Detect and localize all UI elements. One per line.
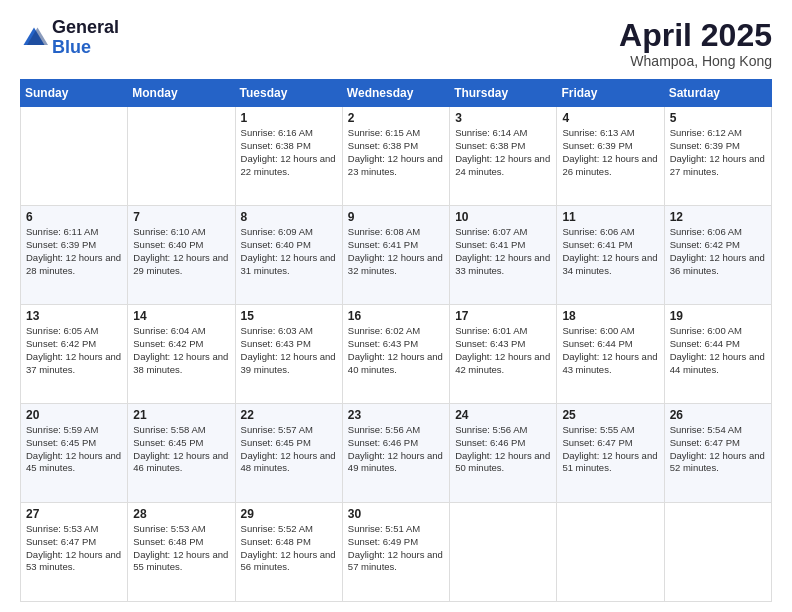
day-info: Sunrise: 5:54 AMSunset: 6:47 PMDaylight:… — [670, 424, 766, 475]
calendar-week-row: 20Sunrise: 5:59 AMSunset: 6:45 PMDayligh… — [21, 404, 772, 503]
day-info: Sunrise: 5:52 AMSunset: 6:48 PMDaylight:… — [241, 523, 337, 574]
day-number: 7 — [133, 210, 229, 224]
day-number: 1 — [241, 111, 337, 125]
day-info: Sunrise: 6:01 AMSunset: 6:43 PMDaylight:… — [455, 325, 551, 376]
calendar-cell: 18Sunrise: 6:00 AMSunset: 6:44 PMDayligh… — [557, 305, 664, 404]
calendar-cell: 24Sunrise: 5:56 AMSunset: 6:46 PMDayligh… — [450, 404, 557, 503]
page: General Blue April 2025 Whampoa, Hong Ko… — [0, 0, 792, 612]
calendar-cell: 28Sunrise: 5:53 AMSunset: 6:48 PMDayligh… — [128, 503, 235, 602]
calendar-week-row: 6Sunrise: 6:11 AMSunset: 6:39 PMDaylight… — [21, 206, 772, 305]
day-number: 8 — [241, 210, 337, 224]
logo-general: General — [52, 18, 119, 38]
calendar-cell — [128, 107, 235, 206]
day-info: Sunrise: 6:11 AMSunset: 6:39 PMDaylight:… — [26, 226, 122, 277]
day-number: 28 — [133, 507, 229, 521]
day-info: Sunrise: 5:53 AMSunset: 6:47 PMDaylight:… — [26, 523, 122, 574]
calendar-cell: 25Sunrise: 5:55 AMSunset: 6:47 PMDayligh… — [557, 404, 664, 503]
calendar-cell: 12Sunrise: 6:06 AMSunset: 6:42 PMDayligh… — [664, 206, 771, 305]
day-number: 16 — [348, 309, 444, 323]
calendar-cell: 3Sunrise: 6:14 AMSunset: 6:38 PMDaylight… — [450, 107, 557, 206]
day-number: 17 — [455, 309, 551, 323]
calendar-cell: 14Sunrise: 6:04 AMSunset: 6:42 PMDayligh… — [128, 305, 235, 404]
calendar-header-saturday: Saturday — [664, 80, 771, 107]
day-info: Sunrise: 6:03 AMSunset: 6:43 PMDaylight:… — [241, 325, 337, 376]
day-info: Sunrise: 6:16 AMSunset: 6:38 PMDaylight:… — [241, 127, 337, 178]
calendar-cell: 27Sunrise: 5:53 AMSunset: 6:47 PMDayligh… — [21, 503, 128, 602]
calendar-cell: 4Sunrise: 6:13 AMSunset: 6:39 PMDaylight… — [557, 107, 664, 206]
calendar-cell: 21Sunrise: 5:58 AMSunset: 6:45 PMDayligh… — [128, 404, 235, 503]
day-info: Sunrise: 6:00 AMSunset: 6:44 PMDaylight:… — [670, 325, 766, 376]
calendar-cell: 20Sunrise: 5:59 AMSunset: 6:45 PMDayligh… — [21, 404, 128, 503]
day-number: 30 — [348, 507, 444, 521]
logo-blue: Blue — [52, 38, 119, 58]
day-info: Sunrise: 6:02 AMSunset: 6:43 PMDaylight:… — [348, 325, 444, 376]
day-number: 6 — [26, 210, 122, 224]
day-number: 5 — [670, 111, 766, 125]
calendar-week-row: 1Sunrise: 6:16 AMSunset: 6:38 PMDaylight… — [21, 107, 772, 206]
day-number: 13 — [26, 309, 122, 323]
day-info: Sunrise: 5:51 AMSunset: 6:49 PMDaylight:… — [348, 523, 444, 574]
calendar-cell: 8Sunrise: 6:09 AMSunset: 6:40 PMDaylight… — [235, 206, 342, 305]
day-number: 9 — [348, 210, 444, 224]
calendar-cell — [21, 107, 128, 206]
calendar-cell: 10Sunrise: 6:07 AMSunset: 6:41 PMDayligh… — [450, 206, 557, 305]
day-info: Sunrise: 5:56 AMSunset: 6:46 PMDaylight:… — [348, 424, 444, 475]
day-info: Sunrise: 6:15 AMSunset: 6:38 PMDaylight:… — [348, 127, 444, 178]
day-info: Sunrise: 5:59 AMSunset: 6:45 PMDaylight:… — [26, 424, 122, 475]
calendar-header-friday: Friday — [557, 80, 664, 107]
calendar-week-row: 13Sunrise: 6:05 AMSunset: 6:42 PMDayligh… — [21, 305, 772, 404]
calendar-header-tuesday: Tuesday — [235, 80, 342, 107]
day-info: Sunrise: 6:06 AMSunset: 6:41 PMDaylight:… — [562, 226, 658, 277]
day-info: Sunrise: 6:04 AMSunset: 6:42 PMDaylight:… — [133, 325, 229, 376]
calendar-cell: 9Sunrise: 6:08 AMSunset: 6:41 PMDaylight… — [342, 206, 449, 305]
day-info: Sunrise: 6:08 AMSunset: 6:41 PMDaylight:… — [348, 226, 444, 277]
day-info: Sunrise: 6:06 AMSunset: 6:42 PMDaylight:… — [670, 226, 766, 277]
month-title: April 2025 — [619, 18, 772, 53]
day-number: 4 — [562, 111, 658, 125]
calendar-cell — [557, 503, 664, 602]
day-number: 20 — [26, 408, 122, 422]
calendar-cell: 16Sunrise: 6:02 AMSunset: 6:43 PMDayligh… — [342, 305, 449, 404]
day-info: Sunrise: 5:56 AMSunset: 6:46 PMDaylight:… — [455, 424, 551, 475]
calendar-cell — [450, 503, 557, 602]
day-info: Sunrise: 6:09 AMSunset: 6:40 PMDaylight:… — [241, 226, 337, 277]
calendar-cell — [664, 503, 771, 602]
day-info: Sunrise: 5:58 AMSunset: 6:45 PMDaylight:… — [133, 424, 229, 475]
calendar-cell: 23Sunrise: 5:56 AMSunset: 6:46 PMDayligh… — [342, 404, 449, 503]
header: General Blue April 2025 Whampoa, Hong Ko… — [20, 18, 772, 69]
calendar-cell: 15Sunrise: 6:03 AMSunset: 6:43 PMDayligh… — [235, 305, 342, 404]
location: Whampoa, Hong Kong — [619, 53, 772, 69]
day-number: 12 — [670, 210, 766, 224]
calendar-cell: 26Sunrise: 5:54 AMSunset: 6:47 PMDayligh… — [664, 404, 771, 503]
day-number: 23 — [348, 408, 444, 422]
calendar-week-row: 27Sunrise: 5:53 AMSunset: 6:47 PMDayligh… — [21, 503, 772, 602]
calendar-header-monday: Monday — [128, 80, 235, 107]
logo-icon — [20, 24, 48, 52]
calendar-cell: 7Sunrise: 6:10 AMSunset: 6:40 PMDaylight… — [128, 206, 235, 305]
calendar-header-row: SundayMondayTuesdayWednesdayThursdayFrid… — [21, 80, 772, 107]
calendar-header-wednesday: Wednesday — [342, 80, 449, 107]
day-number: 15 — [241, 309, 337, 323]
calendar: SundayMondayTuesdayWednesdayThursdayFrid… — [20, 79, 772, 602]
calendar-cell: 13Sunrise: 6:05 AMSunset: 6:42 PMDayligh… — [21, 305, 128, 404]
day-number: 22 — [241, 408, 337, 422]
day-number: 24 — [455, 408, 551, 422]
day-number: 25 — [562, 408, 658, 422]
day-number: 10 — [455, 210, 551, 224]
calendar-cell: 30Sunrise: 5:51 AMSunset: 6:49 PMDayligh… — [342, 503, 449, 602]
day-number: 3 — [455, 111, 551, 125]
day-number: 11 — [562, 210, 658, 224]
calendar-cell: 11Sunrise: 6:06 AMSunset: 6:41 PMDayligh… — [557, 206, 664, 305]
day-number: 2 — [348, 111, 444, 125]
logo: General Blue — [20, 18, 119, 58]
day-number: 14 — [133, 309, 229, 323]
day-number: 27 — [26, 507, 122, 521]
day-info: Sunrise: 6:10 AMSunset: 6:40 PMDaylight:… — [133, 226, 229, 277]
day-number: 26 — [670, 408, 766, 422]
day-number: 21 — [133, 408, 229, 422]
day-info: Sunrise: 6:13 AMSunset: 6:39 PMDaylight:… — [562, 127, 658, 178]
calendar-cell: 2Sunrise: 6:15 AMSunset: 6:38 PMDaylight… — [342, 107, 449, 206]
day-number: 19 — [670, 309, 766, 323]
day-info: Sunrise: 6:05 AMSunset: 6:42 PMDaylight:… — [26, 325, 122, 376]
logo-text: General Blue — [52, 18, 119, 58]
